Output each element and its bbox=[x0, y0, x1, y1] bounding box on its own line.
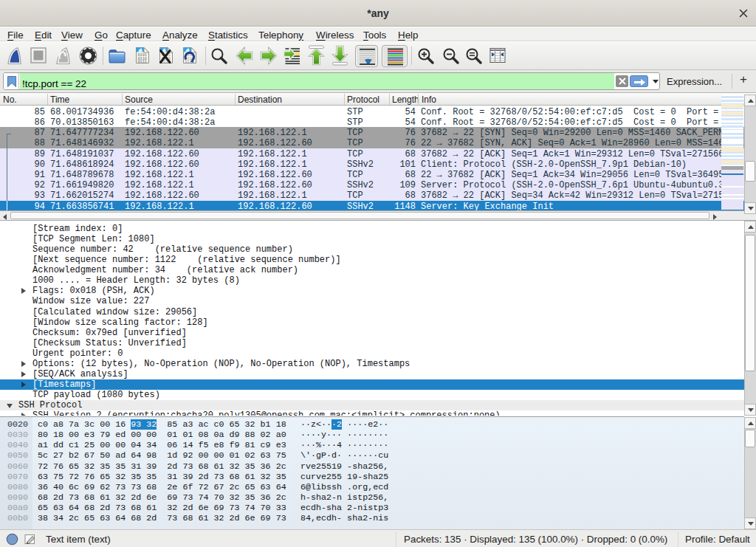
svg-text:0111: 0111 bbox=[138, 60, 147, 64]
